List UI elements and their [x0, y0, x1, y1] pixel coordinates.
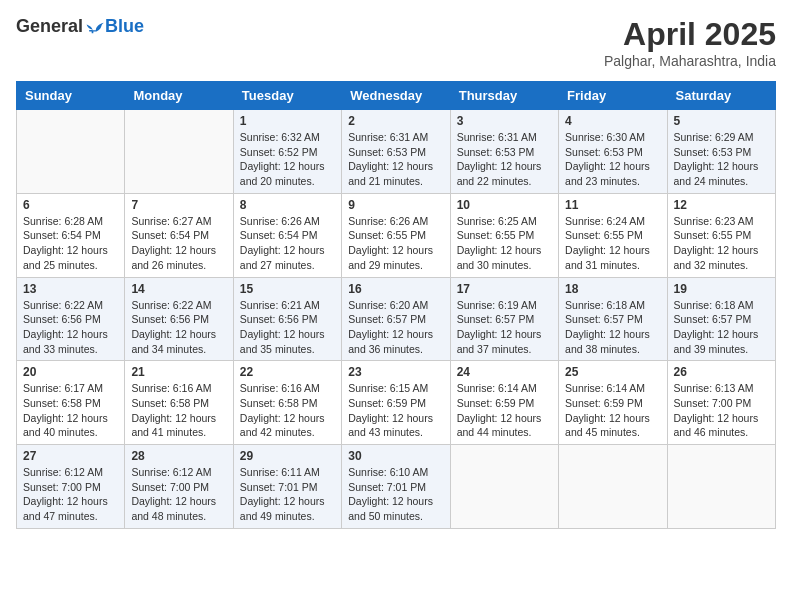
day-number: 14	[131, 282, 226, 296]
calendar-day-cell: 21Sunrise: 6:16 AM Sunset: 6:58 PM Dayli…	[125, 361, 233, 445]
day-number: 9	[348, 198, 443, 212]
day-info: Sunrise: 6:15 AM Sunset: 6:59 PM Dayligh…	[348, 381, 443, 440]
day-number: 30	[348, 449, 443, 463]
day-info: Sunrise: 6:22 AM Sunset: 6:56 PM Dayligh…	[131, 298, 226, 357]
title-area: April 2025 Palghar, Maharashtra, India	[604, 16, 776, 69]
day-number: 11	[565, 198, 660, 212]
calendar-day-cell	[17, 110, 125, 194]
calendar-day-cell	[559, 445, 667, 529]
month-title: April 2025	[604, 16, 776, 53]
day-number: 16	[348, 282, 443, 296]
calendar-week-row: 20Sunrise: 6:17 AM Sunset: 6:58 PM Dayli…	[17, 361, 776, 445]
day-info: Sunrise: 6:17 AM Sunset: 6:58 PM Dayligh…	[23, 381, 118, 440]
calendar-day-cell: 1Sunrise: 6:32 AM Sunset: 6:52 PM Daylig…	[233, 110, 341, 194]
logo: General Blue	[16, 16, 144, 37]
day-number: 26	[674, 365, 769, 379]
day-number: 8	[240, 198, 335, 212]
day-info: Sunrise: 6:32 AM Sunset: 6:52 PM Dayligh…	[240, 130, 335, 189]
calendar-day-cell: 8Sunrise: 6:26 AM Sunset: 6:54 PM Daylig…	[233, 193, 341, 277]
calendar-day-cell: 13Sunrise: 6:22 AM Sunset: 6:56 PM Dayli…	[17, 277, 125, 361]
calendar-day-cell: 3Sunrise: 6:31 AM Sunset: 6:53 PM Daylig…	[450, 110, 558, 194]
day-number: 12	[674, 198, 769, 212]
calendar-header-row: SundayMondayTuesdayWednesdayThursdayFrid…	[17, 82, 776, 110]
calendar-day-cell: 25Sunrise: 6:14 AM Sunset: 6:59 PM Dayli…	[559, 361, 667, 445]
day-info: Sunrise: 6:27 AM Sunset: 6:54 PM Dayligh…	[131, 214, 226, 273]
day-info: Sunrise: 6:13 AM Sunset: 7:00 PM Dayligh…	[674, 381, 769, 440]
day-number: 13	[23, 282, 118, 296]
day-number: 7	[131, 198, 226, 212]
day-info: Sunrise: 6:12 AM Sunset: 7:00 PM Dayligh…	[131, 465, 226, 524]
calendar-day-header: Friday	[559, 82, 667, 110]
calendar-day-header: Saturday	[667, 82, 775, 110]
day-info: Sunrise: 6:29 AM Sunset: 6:53 PM Dayligh…	[674, 130, 769, 189]
day-info: Sunrise: 6:18 AM Sunset: 6:57 PM Dayligh…	[674, 298, 769, 357]
calendar-day-cell	[667, 445, 775, 529]
day-number: 5	[674, 114, 769, 128]
day-info: Sunrise: 6:26 AM Sunset: 6:55 PM Dayligh…	[348, 214, 443, 273]
day-number: 6	[23, 198, 118, 212]
calendar-day-cell: 29Sunrise: 6:11 AM Sunset: 7:01 PM Dayli…	[233, 445, 341, 529]
day-number: 3	[457, 114, 552, 128]
calendar-day-header: Monday	[125, 82, 233, 110]
day-number: 29	[240, 449, 335, 463]
calendar-day-cell: 17Sunrise: 6:19 AM Sunset: 6:57 PM Dayli…	[450, 277, 558, 361]
calendar-day-cell	[450, 445, 558, 529]
day-info: Sunrise: 6:14 AM Sunset: 6:59 PM Dayligh…	[565, 381, 660, 440]
day-number: 27	[23, 449, 118, 463]
calendar-day-cell: 11Sunrise: 6:24 AM Sunset: 6:55 PM Dayli…	[559, 193, 667, 277]
logo-blue-text: Blue	[105, 16, 144, 37]
calendar-week-row: 1Sunrise: 6:32 AM Sunset: 6:52 PM Daylig…	[17, 110, 776, 194]
calendar-day-cell: 9Sunrise: 6:26 AM Sunset: 6:55 PM Daylig…	[342, 193, 450, 277]
day-info: Sunrise: 6:25 AM Sunset: 6:55 PM Dayligh…	[457, 214, 552, 273]
day-number: 17	[457, 282, 552, 296]
day-info: Sunrise: 6:16 AM Sunset: 6:58 PM Dayligh…	[131, 381, 226, 440]
calendar-day-cell: 24Sunrise: 6:14 AM Sunset: 6:59 PM Dayli…	[450, 361, 558, 445]
logo-bird-icon	[85, 17, 105, 37]
day-info: Sunrise: 6:20 AM Sunset: 6:57 PM Dayligh…	[348, 298, 443, 357]
day-info: Sunrise: 6:31 AM Sunset: 6:53 PM Dayligh…	[457, 130, 552, 189]
day-info: Sunrise: 6:21 AM Sunset: 6:56 PM Dayligh…	[240, 298, 335, 357]
calendar-day-cell: 19Sunrise: 6:18 AM Sunset: 6:57 PM Dayli…	[667, 277, 775, 361]
day-info: Sunrise: 6:14 AM Sunset: 6:59 PM Dayligh…	[457, 381, 552, 440]
calendar-day-cell	[125, 110, 233, 194]
calendar-day-cell: 6Sunrise: 6:28 AM Sunset: 6:54 PM Daylig…	[17, 193, 125, 277]
day-number: 2	[348, 114, 443, 128]
calendar-day-cell: 23Sunrise: 6:15 AM Sunset: 6:59 PM Dayli…	[342, 361, 450, 445]
day-info: Sunrise: 6:26 AM Sunset: 6:54 PM Dayligh…	[240, 214, 335, 273]
day-number: 18	[565, 282, 660, 296]
day-info: Sunrise: 6:31 AM Sunset: 6:53 PM Dayligh…	[348, 130, 443, 189]
calendar-day-cell: 5Sunrise: 6:29 AM Sunset: 6:53 PM Daylig…	[667, 110, 775, 194]
day-info: Sunrise: 6:11 AM Sunset: 7:01 PM Dayligh…	[240, 465, 335, 524]
day-number: 25	[565, 365, 660, 379]
calendar-day-cell: 16Sunrise: 6:20 AM Sunset: 6:57 PM Dayli…	[342, 277, 450, 361]
calendar-day-cell: 14Sunrise: 6:22 AM Sunset: 6:56 PM Dayli…	[125, 277, 233, 361]
calendar-day-cell: 18Sunrise: 6:18 AM Sunset: 6:57 PM Dayli…	[559, 277, 667, 361]
day-number: 10	[457, 198, 552, 212]
day-number: 22	[240, 365, 335, 379]
calendar-day-cell: 2Sunrise: 6:31 AM Sunset: 6:53 PM Daylig…	[342, 110, 450, 194]
calendar-day-header: Tuesday	[233, 82, 341, 110]
day-number: 28	[131, 449, 226, 463]
calendar-day-cell: 7Sunrise: 6:27 AM Sunset: 6:54 PM Daylig…	[125, 193, 233, 277]
calendar-week-row: 27Sunrise: 6:12 AM Sunset: 7:00 PM Dayli…	[17, 445, 776, 529]
day-info: Sunrise: 6:18 AM Sunset: 6:57 PM Dayligh…	[565, 298, 660, 357]
day-info: Sunrise: 6:28 AM Sunset: 6:54 PM Dayligh…	[23, 214, 118, 273]
logo-general-text: General	[16, 16, 83, 37]
day-number: 24	[457, 365, 552, 379]
calendar-day-cell: 26Sunrise: 6:13 AM Sunset: 7:00 PM Dayli…	[667, 361, 775, 445]
calendar-day-cell: 28Sunrise: 6:12 AM Sunset: 7:00 PM Dayli…	[125, 445, 233, 529]
calendar-day-header: Wednesday	[342, 82, 450, 110]
calendar-week-row: 13Sunrise: 6:22 AM Sunset: 6:56 PM Dayli…	[17, 277, 776, 361]
day-info: Sunrise: 6:24 AM Sunset: 6:55 PM Dayligh…	[565, 214, 660, 273]
day-number: 1	[240, 114, 335, 128]
calendar-day-cell: 12Sunrise: 6:23 AM Sunset: 6:55 PM Dayli…	[667, 193, 775, 277]
day-number: 20	[23, 365, 118, 379]
calendar-day-header: Thursday	[450, 82, 558, 110]
day-info: Sunrise: 6:22 AM Sunset: 6:56 PM Dayligh…	[23, 298, 118, 357]
day-number: 19	[674, 282, 769, 296]
day-info: Sunrise: 6:10 AM Sunset: 7:01 PM Dayligh…	[348, 465, 443, 524]
calendar-table: SundayMondayTuesdayWednesdayThursdayFrid…	[16, 81, 776, 529]
calendar-day-cell: 27Sunrise: 6:12 AM Sunset: 7:00 PM Dayli…	[17, 445, 125, 529]
day-number: 4	[565, 114, 660, 128]
location-subtitle: Palghar, Maharashtra, India	[604, 53, 776, 69]
